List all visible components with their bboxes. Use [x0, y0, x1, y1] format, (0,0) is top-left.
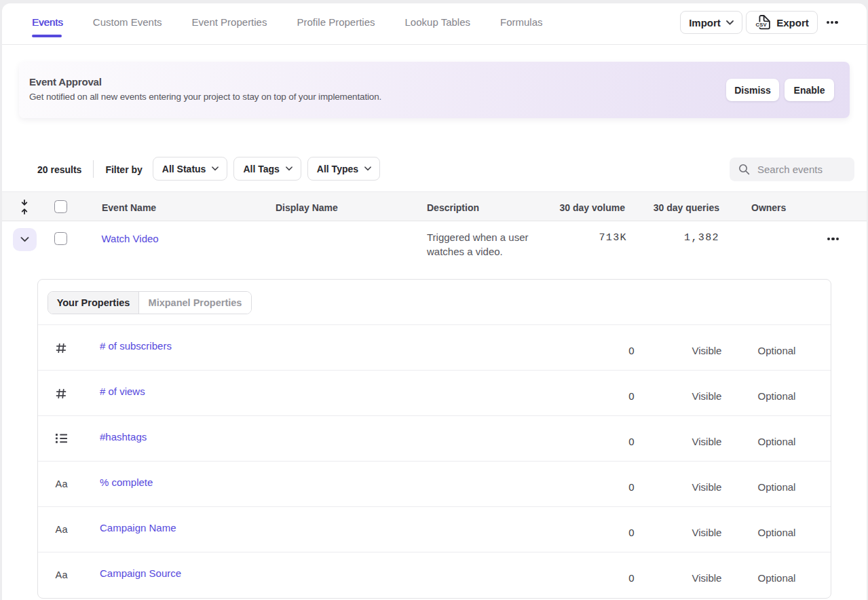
svg-text:CSV: CSV — [756, 22, 768, 28]
